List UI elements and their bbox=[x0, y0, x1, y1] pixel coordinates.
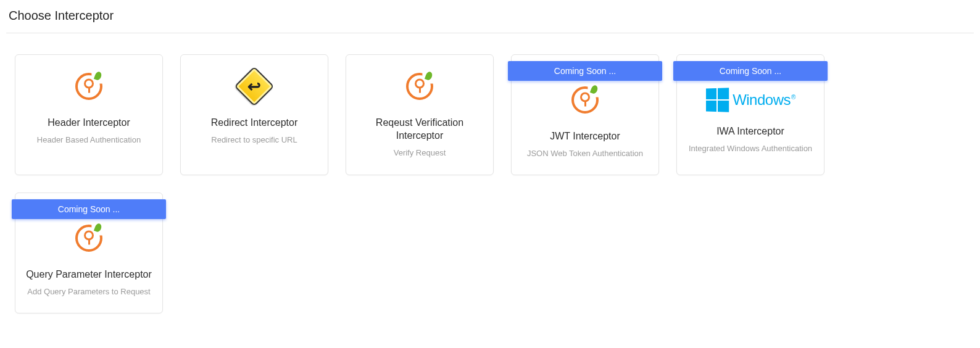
card-title: Reqeust Verification Interceptor bbox=[355, 117, 484, 143]
windows-reg-mark: ® bbox=[791, 94, 795, 101]
card-title: IWA Interceptor bbox=[716, 125, 784, 138]
lock-ring-icon bbox=[570, 85, 600, 115]
card-iwa-interceptor[interactable]: Coming Soon ... Windows® IWA Interceptor… bbox=[676, 54, 824, 175]
divider bbox=[6, 33, 974, 33]
coming-soon-badge: Coming Soon ... bbox=[508, 61, 662, 81]
card-query-parameter-interceptor[interactable]: Coming Soon ... Query Parameter Intercep… bbox=[15, 193, 163, 313]
card-title: Header Interceptor bbox=[48, 117, 130, 130]
card-header-interceptor[interactable]: Header Interceptor Header Based Authenti… bbox=[15, 54, 163, 175]
card-title: JWT Interceptor bbox=[550, 130, 620, 143]
card-request-verification-interceptor[interactable]: Reqeust Verification Interceptor Verify … bbox=[346, 54, 494, 175]
coming-soon-badge: Coming Soon ... bbox=[12, 199, 166, 219]
windows-logo-icon: Windows® bbox=[695, 85, 806, 115]
page-title: Choose Interceptor bbox=[9, 9, 971, 23]
card-desc: Header Based Authentication bbox=[37, 135, 141, 146]
card-desc: Add Query Parameters to Request bbox=[27, 286, 150, 297]
interceptor-grid: Header Interceptor Header Based Authenti… bbox=[6, 54, 974, 313]
card-desc: Redirect to specific URL bbox=[211, 135, 297, 146]
card-jwt-interceptor[interactable]: Coming Soon ... JWT Interceptor JSON Web… bbox=[511, 54, 659, 175]
redirect-sign-icon: ↩ bbox=[239, 71, 270, 102]
card-desc: Verify Request bbox=[394, 147, 446, 159]
card-title: Redirect Interceptor bbox=[211, 117, 298, 130]
lock-ring-icon bbox=[404, 71, 435, 102]
lock-ring-icon bbox=[73, 71, 104, 102]
card-redirect-interceptor[interactable]: ↩ Redirect Interceptor Redirect to speci… bbox=[180, 54, 328, 175]
card-desc: Integrated Windows Authentication bbox=[689, 143, 812, 154]
windows-label: Windows bbox=[733, 91, 791, 108]
card-desc: JSON Web Token Authentication bbox=[527, 148, 643, 159]
lock-ring-icon bbox=[73, 223, 104, 254]
card-title: Query Parameter Interceptor bbox=[26, 268, 152, 281]
coming-soon-badge: Coming Soon ... bbox=[673, 61, 828, 81]
